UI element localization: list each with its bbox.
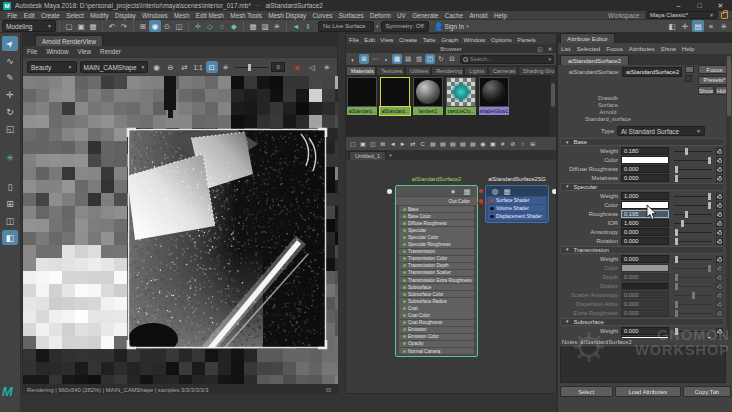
input-port[interactable] xyxy=(403,243,406,246)
hs-menu-create[interactable]: Create xyxy=(399,36,417,43)
attr-value-field[interactable]: 0.000 xyxy=(621,273,669,281)
align-top-icon[interactable]: ▤ xyxy=(428,138,438,149)
node-attr-row[interactable]: Subsurface xyxy=(399,284,474,290)
menu-surfaces[interactable]: Surfaces xyxy=(336,12,367,19)
shader-node[interactable]: ●▦ Out Color BaseBase ColorDiffuse Rough… xyxy=(395,185,478,357)
ae-menu-selected[interactable]: Selected xyxy=(576,45,600,52)
search-input[interactable]: Search... ▾ xyxy=(460,55,554,64)
menu-select[interactable]: Select xyxy=(63,12,87,19)
ae-menu-focus[interactable]: Focus xyxy=(606,45,623,52)
slider-handle[interactable] xyxy=(675,238,678,245)
node-attr-row[interactable]: Diffuse Roughness xyxy=(399,220,474,226)
hs-menu-file[interactable]: File xyxy=(349,36,359,43)
color-swatch[interactable] xyxy=(621,282,669,290)
grid-view-icon[interactable]: ⊞ xyxy=(359,54,369,64)
slider-handle[interactable] xyxy=(685,148,688,155)
menu-mesh-display[interactable]: Mesh Display xyxy=(265,12,309,19)
ae-menu-list[interactable]: List xyxy=(561,45,570,52)
character-pose-icon[interactable]: ✳ xyxy=(2,150,18,165)
map-texture-button[interactable] xyxy=(716,148,723,155)
browser-tab-shading-gro[interactable]: Shading Gro xyxy=(518,66,556,75)
input-port[interactable] xyxy=(403,314,406,317)
input-port[interactable] xyxy=(403,271,406,274)
mute-icon[interactable]: ◁ xyxy=(306,61,318,73)
medium-swatches-icon[interactable]: ▦ xyxy=(392,54,402,64)
material-swatch[interactable]: lambert1 xyxy=(413,77,443,134)
color-swatch[interactable] xyxy=(621,156,669,164)
node-attr-row[interactable]: Opacity xyxy=(399,341,474,347)
node-attr-row[interactable]: Normal Camera xyxy=(399,348,474,354)
menu-uv[interactable]: UV xyxy=(394,12,409,19)
modeling-toolkit-icon[interactable]: ◧ xyxy=(666,20,678,32)
snap-grid-toggle-icon[interactable]: ⊘ xyxy=(508,138,518,149)
menu-help[interactable]: Help xyxy=(491,12,510,19)
ae-menu-show[interactable]: Show xyxy=(661,45,676,52)
rv-menu-render[interactable]: Render xyxy=(100,48,121,55)
sg-output-port[interactable] xyxy=(552,189,556,194)
map-texture-button[interactable] xyxy=(716,292,723,299)
render-image[interactable] xyxy=(23,76,339,384)
attr-value-field[interactable]: 1.000 xyxy=(621,192,669,200)
maximize-button[interactable]: □ xyxy=(691,1,708,11)
material-swatch[interactable]: aiStandard... xyxy=(380,77,410,134)
select-tool-icon[interactable]: ➤ xyxy=(2,36,18,51)
hs-menu-tabs[interactable]: Tabs xyxy=(423,36,436,43)
node-input-port[interactable] xyxy=(387,189,392,194)
frame-all-icon[interactable]: ▣ xyxy=(488,138,498,149)
slider-handle[interactable] xyxy=(708,157,711,164)
create-node-icon[interactable]: ◐ xyxy=(348,54,358,64)
menu-generate[interactable]: Generate xyxy=(409,12,442,19)
zoom-select-icon[interactable]: ◉ xyxy=(478,138,488,149)
connected-mode-icon[interactable]: ▣ xyxy=(358,138,368,149)
slider-handle[interactable] xyxy=(708,265,711,272)
display-settings-icon[interactable]: ✳ xyxy=(220,61,232,73)
menu-file[interactable]: File xyxy=(4,12,21,19)
node-attr-row[interactable]: Subsurface Color xyxy=(399,291,474,297)
browser-tab-utilities[interactable]: Utilities xyxy=(405,66,431,75)
expand-icon[interactable]: ⊡ xyxy=(324,385,333,394)
tool-settings-icon[interactable]: ✳ xyxy=(718,20,730,32)
attr-value-field[interactable]: 0.000 xyxy=(621,291,669,299)
node-attr-row[interactable]: Transmission Scatter xyxy=(399,270,474,276)
layout-single-pane-icon[interactable]: ▯ xyxy=(2,179,18,194)
menu-create[interactable]: Create xyxy=(38,12,63,19)
attr-slider[interactable] xyxy=(674,277,712,278)
browser-tab-cameras[interactable]: Cameras xyxy=(488,66,518,75)
section-header-base[interactable]: ▼Base xyxy=(560,138,725,146)
channel-box-icon[interactable]: ▤ xyxy=(692,20,704,32)
undo-icon[interactable]: ↶ xyxy=(106,20,118,32)
node-attr-row[interactable]: Emission xyxy=(399,327,474,333)
align-bottom-icon[interactable]: ▤ xyxy=(448,138,458,149)
input-port[interactable] xyxy=(403,229,406,232)
menu-deform[interactable]: Deform xyxy=(367,12,394,19)
attr-slider[interactable] xyxy=(674,259,712,260)
filter-icon[interactable]: ⊟ xyxy=(447,54,457,64)
hs-menu-options[interactable]: Options xyxy=(491,36,512,43)
node-attr-row[interactable]: Base Color xyxy=(399,213,474,219)
node-output-port[interactable] xyxy=(479,189,483,193)
show-button[interactable]: Show xyxy=(698,86,714,95)
attr-slider[interactable] xyxy=(674,286,712,287)
ae-menu-attributes[interactable]: Attributes xyxy=(629,45,655,52)
input-port[interactable] xyxy=(403,335,406,338)
copy-tab-button[interactable]: Copy Tab xyxy=(683,386,731,397)
map-texture-button[interactable] xyxy=(716,238,723,245)
map-texture-button[interactable] xyxy=(716,310,723,317)
sg-attr-row[interactable]: Surface Shader xyxy=(488,197,546,204)
map-texture-button[interactable] xyxy=(716,274,723,281)
rv-menu-window[interactable]: Window xyxy=(46,48,68,55)
attr-slider[interactable] xyxy=(674,241,712,242)
open-scene-icon[interactable]: ▣ xyxy=(75,20,87,32)
attr-slider[interactable] xyxy=(674,151,712,152)
attr-slider[interactable] xyxy=(674,232,712,233)
exposure-value[interactable]: 0 xyxy=(271,62,285,72)
close-button[interactable]: ✕ xyxy=(712,1,729,11)
node-attr-row[interactable]: Transmission Depth xyxy=(399,263,474,269)
attr-slider[interactable] xyxy=(674,313,712,314)
split-view-icon[interactable]: ◫ xyxy=(425,54,435,64)
workspace-dropdown[interactable]: Maya Classic*▼ xyxy=(646,11,718,19)
snap-point-icon[interactable]: ⊙ xyxy=(161,20,173,32)
exposure-slider[interactable] xyxy=(235,67,269,68)
load-attributes-button[interactable]: Load Attributes xyxy=(615,386,681,397)
node-swatch-icon[interactable]: ● xyxy=(447,185,459,197)
